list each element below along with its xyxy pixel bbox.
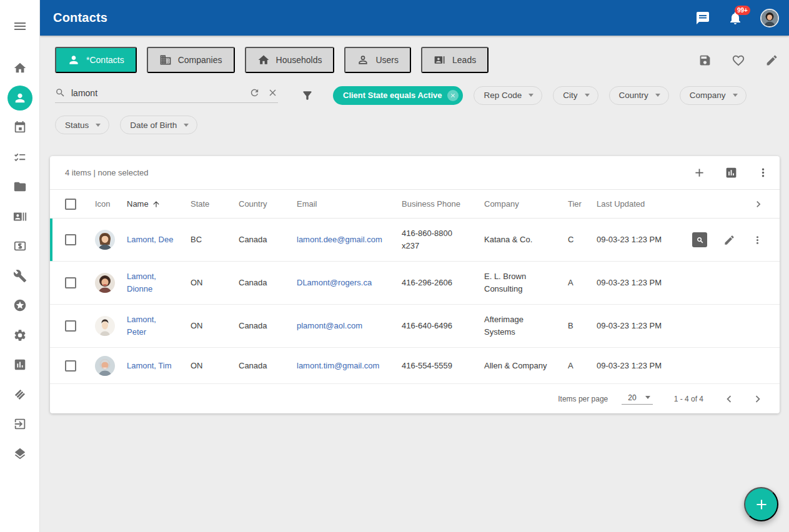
more-options-button[interactable] [757,166,770,179]
cell-phone: 416-296-2606 [402,277,484,289]
table-row[interactable]: Lamont, Peter ON Canada plamont@aol.com … [50,305,780,348]
column-header-company[interactable]: Company [484,199,568,209]
nav-exit[interactable] [5,410,35,440]
page-size-select[interactable]: 20 [622,393,652,405]
row-checkbox[interactable] [65,320,76,332]
chevron-down-icon [585,94,590,97]
select-all-checkbox[interactable] [65,199,76,210]
funnel-icon [301,89,314,102]
nav-settings[interactable] [5,320,35,350]
remove-filter-button[interactable] [447,90,459,101]
cell-country: Canada [239,360,297,372]
tab-contacts[interactable]: *Contacts [55,47,137,73]
nav-tasks[interactable] [5,142,35,172]
contact-email-link[interactable]: lamont.tim@gmail.com [297,360,402,372]
plus-icon [693,166,706,179]
table-row[interactable]: Lamont, Dee BC Canada lamont.dee@gmail.c… [50,219,780,262]
column-header-state[interactable]: State [191,199,239,209]
add-contact-fab[interactable] [744,487,778,521]
table-row[interactable]: Lamont, Tim ON Canada lamont.tim@gmail.c… [50,348,780,384]
filter-button[interactable] [301,89,314,102]
scroll-columns-right-button[interactable] [752,198,765,210]
contact-name-link[interactable]: Lamont, Dionne [127,270,191,295]
filter-chip-country[interactable]: Country [609,86,669,105]
save-view-button[interactable] [698,54,712,70]
search-input[interactable] [71,88,242,98]
column-label: Name [127,199,149,209]
column-header-email[interactable]: Email [297,199,402,209]
tab-leads[interactable]: Leads [421,47,489,73]
row-checkbox[interactable] [65,360,76,372]
results-card: 4 items | none selected Icon Name [50,156,780,413]
cell-company: Allen & Company [484,360,568,372]
nav-contacts-active[interactable] [5,83,35,113]
applied-filter-chip[interactable]: Client State equals Active [333,86,463,105]
contact-name-link[interactable]: Lamont, Dee [127,234,191,246]
heart-icon [732,54,745,67]
edit-record-button[interactable] [723,234,735,246]
column-header-updated[interactable]: Last Updated [597,199,687,209]
add-record-button[interactable] [693,166,706,179]
nav-home[interactable] [5,54,35,84]
preview-record-button[interactable] [692,232,707,247]
column-header-icon[interactable]: Icon [95,199,127,209]
table-row[interactable]: Lamont, Dionne ON Canada DLamont@rogers.… [50,262,780,305]
column-header-name[interactable]: Name [127,199,191,209]
nav-reports[interactable] [5,350,35,380]
calendar-icon [13,121,27,134]
chip-label: Rep Code [484,91,522,100]
hamburger-icon [12,19,27,34]
cell-country: Canada [239,234,297,246]
nav-billing[interactable] [5,232,35,262]
favorite-view-button[interactable] [732,54,745,70]
row-more-button[interactable] [752,234,763,246]
tab-users[interactable]: Users [344,47,411,73]
contact-email-link[interactable]: DLamont@rogers.ca [297,277,402,289]
person-icon [67,54,80,66]
nav-layers[interactable] [5,439,35,469]
search-field [55,87,278,103]
cell-state: ON [191,277,239,289]
tab-label: Households [276,55,322,65]
filter-chip-status[interactable]: Status [55,116,109,134]
cell-phone: 416-860-8800 x237 [402,227,484,252]
row-checkbox[interactable] [65,277,76,288]
user-avatar[interactable] [760,9,779,27]
row-checkbox[interactable] [65,234,76,245]
plus-icon [753,496,770,513]
nav-calendar[interactable] [5,113,35,143]
person-outline-icon [357,54,369,66]
sort-ascending-icon [152,200,161,209]
column-header-phone[interactable]: Business Phone [402,199,484,209]
refresh-button[interactable] [249,87,260,98]
filter-chip-date-of-birth[interactable]: Date of Birth [120,116,197,134]
nav-favorites[interactable] [5,291,35,321]
edit-view-button[interactable] [765,54,778,70]
contact-email-link[interactable]: plamont@aol.com [297,320,402,332]
app-header: Contacts 99+ [40,0,789,36]
notifications-button[interactable]: 99+ [728,11,743,26]
filter-chip-rep-code[interactable]: Rep Code [474,86,542,105]
messages-button[interactable] [695,11,710,26]
column-header-tier[interactable]: Tier [568,199,597,209]
contact-email-link[interactable]: lamont.dee@gmail.com [297,234,402,246]
nav-rolodex[interactable] [5,202,35,232]
tab-households[interactable]: Households [245,47,335,73]
column-header-country[interactable]: Country [239,199,297,209]
previous-page-button[interactable] [722,392,736,406]
dollar-icon [13,239,27,253]
contact-name-link[interactable]: Lamont, Peter [127,313,191,338]
page-title: Contacts [53,11,107,25]
clear-search-button[interactable] [267,87,278,98]
star-circle-icon [13,298,27,312]
hamburger-menu-button[interactable] [5,11,35,41]
filter-chip-company[interactable]: Company [680,86,747,105]
next-page-button[interactable] [751,392,765,406]
nav-documents[interactable] [5,172,35,202]
nav-tools[interactable] [5,261,35,291]
nav-pipelines[interactable] [5,380,35,410]
analytics-button[interactable] [725,166,738,179]
contact-name-link[interactable]: Lamont, Tim [127,360,191,372]
filter-chip-city[interactable]: City [553,86,598,105]
tab-companies[interactable]: Companies [147,47,235,73]
